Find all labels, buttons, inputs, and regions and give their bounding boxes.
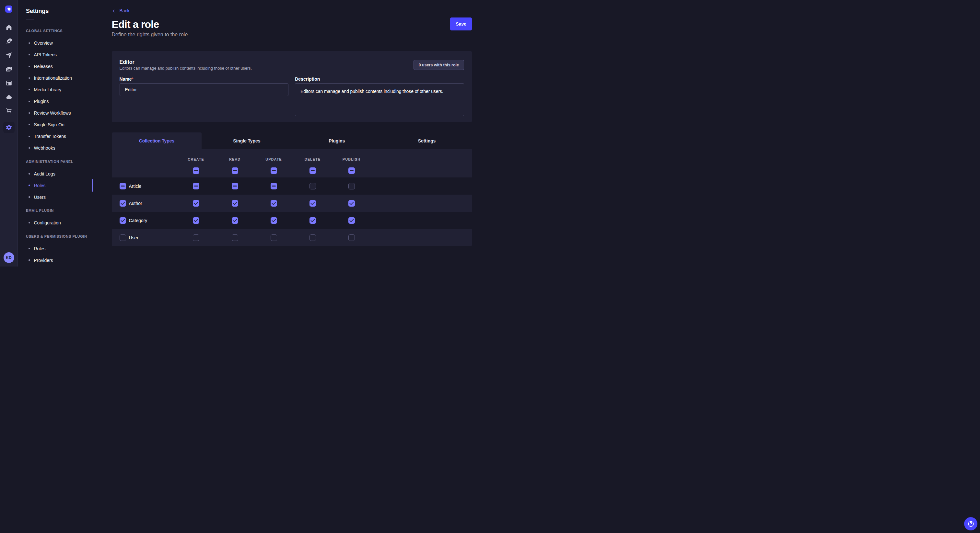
permission-cell bbox=[293, 235, 332, 241]
subnav-item-label: Configuration bbox=[34, 220, 61, 225]
subnav-item-media-library[interactable]: Media Library bbox=[26, 84, 93, 95]
select-all-create-checkbox[interactable] bbox=[193, 167, 199, 174]
subnav-divider bbox=[26, 19, 34, 19]
subnav-item-releases[interactable]: Releases bbox=[26, 60, 93, 72]
rail-item-releases[interactable] bbox=[0, 48, 18, 62]
tab-plugins[interactable]: Plugins bbox=[292, 132, 382, 149]
author-update-checkbox[interactable] bbox=[270, 200, 277, 206]
category-delete-checkbox[interactable] bbox=[310, 217, 316, 224]
tab-collection-types[interactable]: Collection Types bbox=[112, 132, 202, 149]
user-select-all-checkbox[interactable] bbox=[119, 235, 126, 241]
rail-item-content-type-builder[interactable] bbox=[0, 76, 18, 90]
user-publish-checkbox[interactable] bbox=[348, 235, 355, 241]
permission-row-header: Author bbox=[112, 200, 177, 206]
tab-settings[interactable]: Settings bbox=[382, 132, 472, 149]
rail-item-home[interactable] bbox=[0, 21, 18, 34]
description-textarea[interactable] bbox=[295, 83, 464, 116]
permission-cell bbox=[215, 200, 255, 206]
rail-item-settings[interactable] bbox=[3, 122, 14, 133]
user-read-checkbox[interactable] bbox=[232, 235, 238, 241]
subnav-item-label: Transfer Tokens bbox=[34, 134, 67, 139]
author-read-checkbox[interactable] bbox=[232, 200, 238, 206]
rail-bottom: KD bbox=[0, 249, 18, 266]
subnav-item-overview[interactable]: Overview bbox=[26, 37, 93, 49]
category-read-checkbox[interactable] bbox=[232, 217, 238, 224]
subnav-item-label: Media Library bbox=[34, 87, 62, 92]
subnav-item-internationalization[interactable]: Internationalization bbox=[26, 72, 93, 84]
subnav-item-providers[interactable]: Providers bbox=[26, 254, 93, 266]
subnav-item-webhooks[interactable]: Webhooks bbox=[26, 142, 93, 154]
name-input[interactable] bbox=[119, 83, 289, 96]
select-all-publish-checkbox[interactable] bbox=[348, 167, 355, 174]
arrow-left-icon bbox=[112, 8, 117, 14]
article-update-checkbox[interactable] bbox=[270, 183, 277, 189]
subnav-section: GLOBAL SETTINGSOverviewAPI TokensRelease… bbox=[26, 29, 93, 154]
category-publish-checkbox[interactable] bbox=[348, 217, 355, 224]
user-delete-checkbox[interactable] bbox=[310, 235, 316, 241]
bullet-icon bbox=[29, 196, 30, 198]
article-select-all-checkbox[interactable] bbox=[119, 183, 126, 189]
subnav-section: ADMINISTRATION PANELAudit LogsRolesUsers bbox=[26, 159, 93, 203]
back-link[interactable]: Back bbox=[112, 8, 130, 14]
article-read-checkbox[interactable] bbox=[232, 183, 238, 189]
subnav-item-label: Single Sign-On bbox=[34, 122, 65, 127]
article-publish-checkbox[interactable] bbox=[348, 183, 355, 189]
subnav-item-single-sign-on[interactable]: Single Sign-On bbox=[26, 119, 93, 130]
content-type-label: Article bbox=[129, 184, 142, 189]
subnav-section-label: GLOBAL SETTINGS bbox=[26, 29, 93, 33]
select-all-read-checkbox[interactable] bbox=[232, 167, 238, 174]
subnav-item-review-workflows[interactable]: Review Workflows bbox=[26, 107, 93, 119]
rail-item-marketplace[interactable] bbox=[0, 104, 18, 118]
user-create-checkbox[interactable] bbox=[193, 235, 199, 241]
permissions-table: CreateReadUpdateDeletePublish ArticleAut… bbox=[112, 149, 472, 246]
required-asterisk: * bbox=[132, 76, 134, 82]
article-delete-checkbox[interactable] bbox=[310, 183, 316, 189]
permission-cell bbox=[255, 217, 293, 224]
article-create-checkbox[interactable] bbox=[193, 183, 199, 189]
subnav-item-roles[interactable]: Roles bbox=[26, 243, 93, 254]
subnav-item-transfer-tokens[interactable]: Transfer Tokens bbox=[26, 130, 93, 142]
subnav-item-label: Users bbox=[34, 195, 46, 200]
subnav-item-audit-logs[interactable]: Audit Logs bbox=[26, 168, 93, 180]
subnav-item-plugins[interactable]: Plugins bbox=[26, 95, 93, 107]
subnav-section: EMAIL PLUGINConfiguration bbox=[26, 208, 93, 228]
users-with-role-button[interactable]: 0 users with this role bbox=[414, 60, 464, 70]
author-publish-checkbox[interactable] bbox=[348, 200, 355, 206]
category-create-checkbox[interactable] bbox=[193, 217, 199, 224]
subnav-item-label: Releases bbox=[34, 64, 53, 69]
save-button[interactable]: Save bbox=[450, 17, 472, 30]
main-nav-rail: KD bbox=[0, 0, 18, 266]
subnav-item-configuration[interactable]: Configuration bbox=[26, 217, 93, 228]
user-update-checkbox[interactable] bbox=[270, 235, 277, 241]
subnav-item-label: Providers bbox=[34, 258, 53, 263]
strapi-logo[interactable] bbox=[5, 5, 12, 13]
user-avatar[interactable]: KD bbox=[3, 252, 14, 263]
author-select-all-checkbox[interactable] bbox=[119, 200, 126, 206]
rail-item-content-manager[interactable] bbox=[0, 34, 18, 48]
permission-cell bbox=[177, 235, 215, 241]
bullet-icon bbox=[29, 222, 30, 224]
permission-cell bbox=[215, 235, 255, 241]
subnav-item-list: Audit LogsRolesUsers bbox=[26, 168, 93, 203]
subnav-item-roles[interactable]: Roles bbox=[26, 180, 93, 191]
select-all-delete-checkbox[interactable] bbox=[310, 167, 316, 174]
permission-cell bbox=[255, 200, 293, 206]
author-create-checkbox[interactable] bbox=[193, 200, 199, 206]
subnav-item-label: Audit Logs bbox=[34, 171, 56, 176]
gear-icon bbox=[5, 124, 12, 131]
subnav-item-users[interactable]: Users bbox=[26, 191, 93, 203]
name-field-label: Name* bbox=[119, 76, 289, 82]
permission-column-create: Create bbox=[177, 149, 215, 178]
permission-cell bbox=[332, 200, 371, 206]
tab-single-types[interactable]: Single Types bbox=[202, 132, 292, 149]
subnav-item-api-tokens[interactable]: API Tokens bbox=[26, 49, 93, 60]
category-update-checkbox[interactable] bbox=[270, 217, 277, 224]
author-delete-checkbox[interactable] bbox=[310, 200, 316, 206]
rail-item-media-library[interactable] bbox=[0, 62, 18, 76]
category-select-all-checkbox[interactable] bbox=[119, 217, 126, 224]
permission-row-header: User bbox=[112, 235, 177, 241]
permission-column-update: Update bbox=[255, 149, 293, 178]
page-title: Edit a role bbox=[112, 18, 472, 31]
rail-item-cloud[interactable] bbox=[0, 90, 18, 104]
select-all-update-checkbox[interactable] bbox=[270, 167, 277, 174]
